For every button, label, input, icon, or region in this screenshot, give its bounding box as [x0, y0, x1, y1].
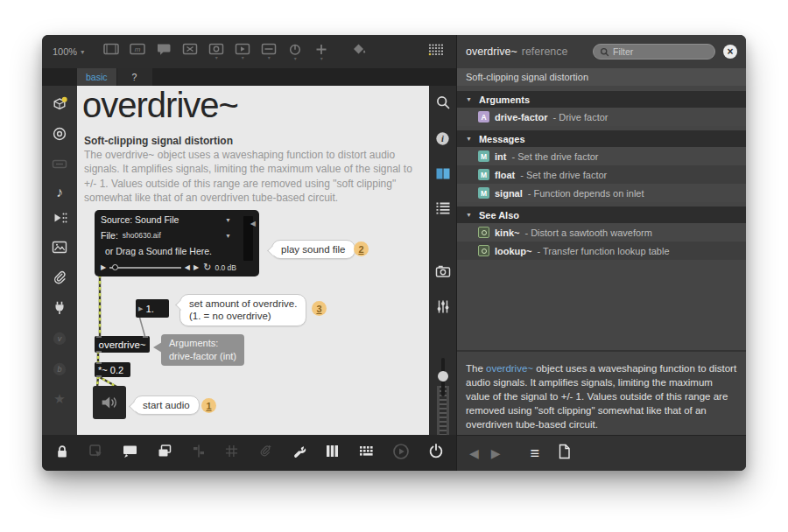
camera-icon[interactable]: [435, 264, 451, 282]
back-icon[interactable]: ◀: [469, 446, 479, 460]
position-slider[interactable]: [109, 264, 181, 271]
gain-db-value[interactable]: 0.0 dB: [215, 263, 236, 272]
step-badge-2[interactable]: 2: [354, 242, 369, 256]
toggle-icon[interactable]: [180, 43, 200, 55]
reference-item[interactable]: Mfloat - Set the drive factor: [457, 165, 746, 184]
playbar-drop-hint: or Drag a Sound file Here.: [101, 246, 238, 256]
button-icon[interactable]: ▾: [207, 43, 226, 60]
filter-input[interactable]: [613, 46, 708, 57]
playbar-icon[interactable]: ▾: [233, 43, 252, 60]
select-icon[interactable]: [88, 444, 104, 462]
wrench-icon[interactable]: [291, 444, 306, 463]
patch-description: The overdrive~ object uses a waveshaping…: [84, 148, 424, 205]
message-badge-icon: M: [478, 169, 489, 180]
section-header[interactable]: ▼See Also: [457, 206, 746, 223]
forward-icon[interactable]: ▶: [491, 446, 501, 460]
tab-help[interactable]: ?: [117, 68, 152, 86]
left-sidebar: ♪ v b ★: [42, 86, 77, 435]
playbar-source-label[interactable]: Source: Sound File: [101, 214, 179, 225]
play-icon[interactable]: ▶: [101, 263, 106, 271]
paperclip-icon[interactable]: [52, 270, 67, 289]
overdrive-object-box[interactable]: overdrive~: [95, 336, 150, 353]
section-label: Messages: [479, 134, 525, 144]
chevron-down-icon: ▾: [81, 48, 84, 56]
playbar[interactable]: Source: Sound File ▼ File: sho0630.aif ▼…: [95, 210, 259, 276]
plug-icon[interactable]: [52, 300, 67, 319]
patcher-canvas[interactable]: overdrive~ Soft-clipping signal distorti…: [77, 86, 429, 435]
zoom-slider[interactable]: [438, 358, 448, 396]
info-icon[interactable]: i: [435, 131, 450, 150]
keyboard-icon[interactable]: [358, 444, 375, 462]
video-icon[interactable]: [52, 211, 68, 228]
section-header[interactable]: ▼Arguments: [457, 91, 746, 108]
keyboard-icon[interactable]: [52, 157, 67, 174]
tab-basic[interactable]: basic: [77, 68, 116, 86]
step-badge-1[interactable]: 1: [201, 398, 216, 413]
gain-object-box[interactable]: *~ 0.2: [95, 362, 130, 377]
zoom-dropdown[interactable]: 100% ▾: [53, 46, 84, 57]
filters-icon[interactable]: [435, 299, 451, 318]
vimeo-icon[interactable]: v: [52, 331, 67, 350]
overdrive-link[interactable]: overdrive~: [486, 363, 533, 374]
comment-icon[interactable]: [154, 43, 173, 56]
start-audio-button[interactable]: [93, 386, 126, 419]
item-name: float: [495, 170, 515, 180]
reference-sections: ▼ArgumentsAdrive-factor - Drive factor▼M…: [457, 86, 746, 350]
item-name: signal: [495, 188, 523, 199]
lock-icon[interactable]: [54, 444, 70, 462]
chevron-down-icon[interactable]: ▼: [225, 233, 231, 239]
image-icon[interactable]: [52, 240, 67, 258]
section-header[interactable]: ▼Messages: [457, 130, 746, 147]
playbar-file-label: File:: [101, 230, 118, 241]
playbar-file-value[interactable]: sho0630.aif: [123, 231, 161, 240]
comment-set-amount: set amount of overdrive. (1. = no overdr…: [179, 294, 306, 326]
target-icon[interactable]: [52, 126, 67, 145]
align-icon[interactable]: [191, 444, 207, 462]
play-circle-icon[interactable]: [392, 443, 410, 464]
item-name: kink~: [495, 228, 519, 238]
reference-item[interactable]: Mint - Set the drive factor: [457, 147, 746, 165]
piano-icon[interactable]: [325, 444, 340, 462]
page-title: overdrive~: [82, 86, 238, 125]
search-icon[interactable]: [435, 94, 451, 114]
loop-icon[interactable]: ↻: [203, 262, 211, 273]
arguments-callout: Arguments: drive-factor (int): [161, 334, 244, 366]
message-badge-icon: M: [478, 150, 489, 162]
reference-item[interactable]: lookup~ - Transfer function lookup table: [457, 242, 746, 260]
layers-icon[interactable]: [157, 444, 172, 462]
split-view-icon[interactable]: [435, 167, 451, 184]
music-note-icon[interactable]: ♪: [56, 186, 63, 200]
reference-panel: overdrive~ reference × Soft-clipping sig…: [456, 35, 746, 471]
object-palette-icon[interactable]: [426, 43, 446, 61]
star-icon[interactable]: ★: [53, 392, 65, 405]
slider-icon[interactable]: ▾: [259, 43, 278, 60]
object-badge-icon: [478, 227, 489, 238]
reference-item[interactable]: kink~ - Distort a sawtooth waveform: [457, 223, 746, 242]
attach-icon[interactable]: [257, 444, 273, 462]
power-icon[interactable]: [428, 443, 444, 463]
meter-handle-icon[interactable]: ◀: [250, 220, 256, 228]
close-icon[interactable]: ×: [723, 45, 737, 59]
menu-icon[interactable]: ≡: [531, 444, 539, 463]
list-icon[interactable]: [435, 201, 451, 219]
item-description: - Function depends on inlet: [528, 188, 644, 199]
step-back-icon[interactable]: ◀ ▶: [185, 263, 201, 271]
dial-icon[interactable]: ▾: [285, 43, 305, 60]
message-box-icon[interactable]: m: [128, 43, 147, 55]
paint-bucket-icon[interactable]: [350, 43, 369, 56]
package-icon[interactable]: [52, 96, 68, 115]
filter-box[interactable]: [593, 44, 715, 60]
reference-item[interactable]: Msignal - Function depends on inlet: [457, 184, 746, 202]
object-box-icon[interactable]: [102, 43, 121, 55]
level-meter[interactable]: ◀: [243, 216, 253, 261]
number-box[interactable]: ▶ 1.: [136, 299, 169, 318]
add-object-icon[interactable]: ▾: [312, 43, 331, 60]
page-icon[interactable]: [558, 444, 571, 463]
tab-bar: basic ?: [42, 68, 456, 86]
reference-item[interactable]: Adrive-factor - Drive factor: [457, 108, 746, 126]
chevron-down-icon[interactable]: ▼: [225, 217, 231, 223]
grid-icon[interactable]: [224, 444, 239, 462]
presentation-icon[interactable]: [122, 444, 138, 462]
step-badge-3[interactable]: 3: [312, 301, 327, 316]
b-circle-icon[interactable]: b: [52, 361, 67, 381]
